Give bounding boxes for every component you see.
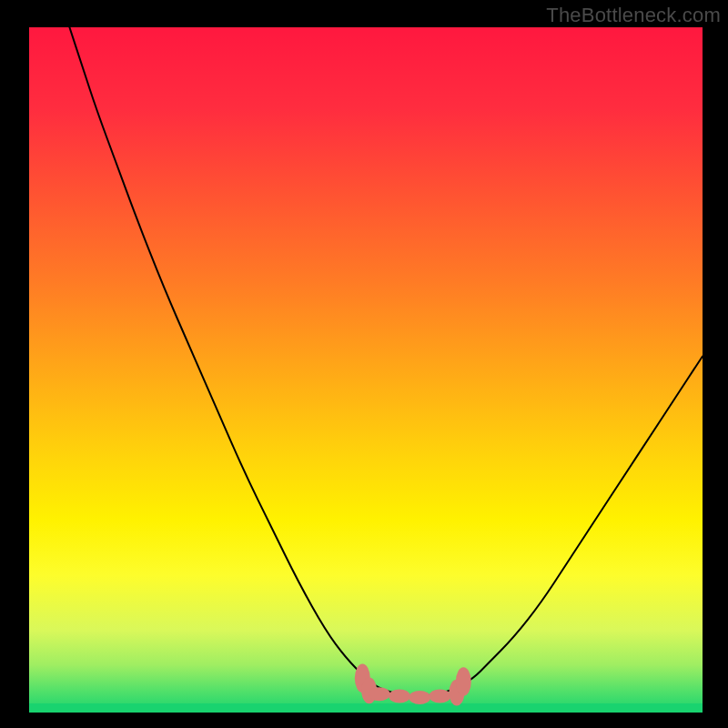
plot-area bbox=[29, 27, 703, 713]
valley-markers-4 bbox=[409, 691, 430, 704]
valley-markers-3 bbox=[389, 689, 410, 703]
gradient-background bbox=[29, 27, 703, 713]
valley-markers-7 bbox=[456, 667, 471, 696]
watermark-text: TheBottleneck.com bbox=[546, 4, 721, 27]
chart-container: TheBottleneck.com bbox=[0, 0, 728, 728]
bottleneck-chart bbox=[29, 27, 703, 713]
valley-markers-5 bbox=[430, 689, 451, 703]
baseline-strip bbox=[29, 703, 703, 713]
valley-markers-2 bbox=[369, 687, 390, 701]
